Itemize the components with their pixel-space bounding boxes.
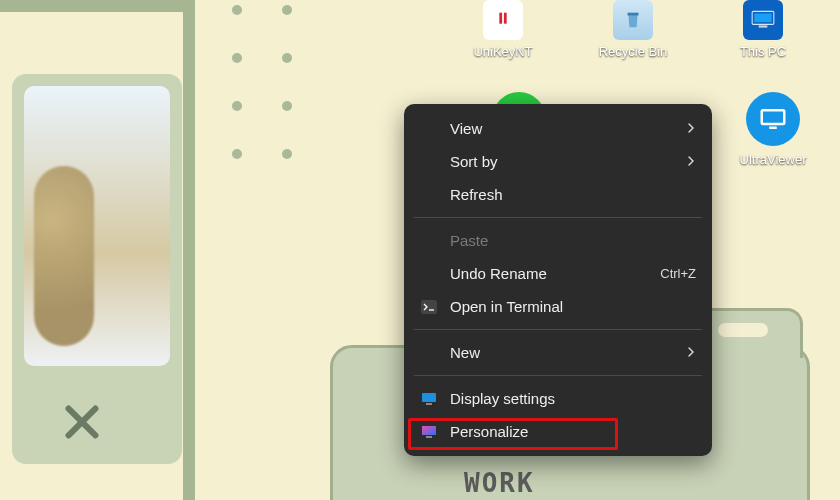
menu-label: Display settings [450,390,696,407]
menu-label: New [450,344,674,361]
thispc-icon [743,0,783,40]
ultraviewer-icon [746,92,800,146]
svg-rect-9 [421,300,437,314]
terminal-icon [420,300,438,314]
context-menu-new[interactable]: New [404,336,712,369]
svg-rect-0 [499,13,502,24]
menu-separator [414,329,702,330]
desktop-icon-label: UniKeyNT [473,44,532,59]
photo-image [24,86,170,366]
desktop-icons-row: UniKeyNT Recycle Bin This PC [460,0,806,59]
context-menu-personalize[interactable]: Personalize [404,415,712,448]
desktop-icon-label: UltraViewer [740,152,807,167]
desktop-icon-thispc[interactable]: This PC [720,0,806,59]
menu-separator [414,375,702,376]
menu-label: View [450,120,674,137]
display-icon [420,392,438,406]
unikey-icon [483,0,523,40]
context-menu: View Sort by Refresh Paste Undo Rename C… [404,104,712,456]
svg-rect-10 [422,393,436,402]
svg-rect-11 [426,403,432,405]
menu-separator [414,217,702,218]
chevron-right-icon [686,345,696,360]
context-menu-display-settings[interactable]: Display settings [404,382,712,415]
menu-label: Paste [450,232,696,249]
photo-widget [0,0,195,500]
svg-rect-14 [426,436,432,438]
decorative-dots [232,5,292,159]
context-menu-refresh[interactable]: Refresh [404,178,712,211]
svg-rect-13 [422,426,436,435]
photo-frame [12,74,182,464]
desktop-icon-label: Recycle Bin [599,44,668,59]
menu-label: Open in Terminal [450,298,696,315]
menu-label: Personalize [450,423,696,440]
desktop-icon-unikey[interactable]: UniKeyNT [460,0,546,59]
svg-rect-5 [759,25,768,27]
svg-rect-2 [628,13,639,16]
menu-label: Sort by [450,153,674,170]
svg-rect-7 [763,112,783,123]
desktop-icon-ultraviewer[interactable]: UltraViewer [730,92,816,167]
context-menu-paste: Paste [404,224,712,257]
context-menu-open-terminal[interactable]: Open in Terminal [404,290,712,323]
context-menu-view[interactable]: View [404,112,712,145]
desktop-wallpaper: WORK UniKeyNT Recycle Bin This PC Ultr [0,0,840,500]
context-menu-sortby[interactable]: Sort by [404,145,712,178]
personalize-icon [420,425,438,439]
chevron-right-icon [686,154,696,169]
close-icon [42,390,122,454]
svg-rect-1 [504,13,507,24]
desktop-icon-recyclebin[interactable]: Recycle Bin [590,0,676,59]
svg-rect-4 [754,14,771,23]
chevron-right-icon [686,121,696,136]
menu-shortcut: Ctrl+Z [660,266,696,281]
svg-rect-8 [769,127,777,130]
recyclebin-icon [613,0,653,40]
desktop-icon-label: This PC [740,44,786,59]
menu-label: Refresh [450,186,696,203]
context-menu-undo-rename[interactable]: Undo Rename Ctrl+Z [404,257,712,290]
menu-label: Undo Rename [450,265,648,282]
work-label: WORK [464,468,535,498]
